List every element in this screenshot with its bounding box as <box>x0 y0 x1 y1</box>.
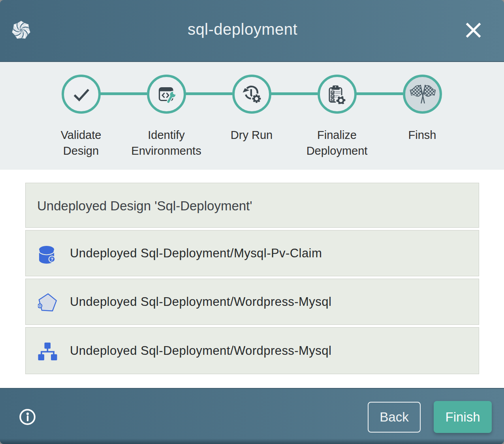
svg-text:?: ? <box>51 257 53 261</box>
